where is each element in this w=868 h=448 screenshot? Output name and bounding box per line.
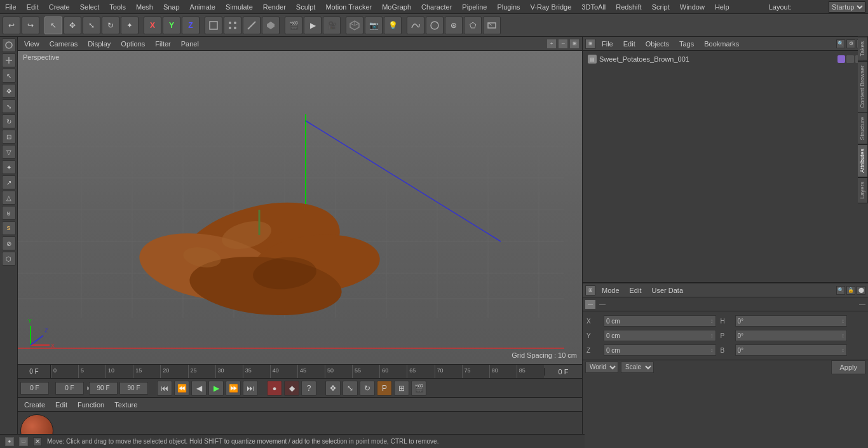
obj-visible-editor[interactable] <box>846 55 854 63</box>
apply-button[interactable]: Apply <box>831 360 865 374</box>
y-axis-btn[interactable]: Y <box>163 17 180 34</box>
left-tool-scale[interactable]: ⤡ <box>2 99 16 113</box>
play-back-btn[interactable]: ◀ <box>191 381 207 396</box>
mat-edit[interactable]: Edit <box>53 400 70 410</box>
menu-vray[interactable]: V-Ray Bridge <box>526 2 577 12</box>
left-tool-4[interactable]: ▽ <box>2 145 16 159</box>
end-frame-input-1[interactable] <box>89 382 118 395</box>
left-tool-1[interactable] <box>2 38 16 52</box>
x-axis-btn[interactable]: X <box>144 17 161 34</box>
left-tool-s[interactable]: S <box>2 221 16 235</box>
obj-edit[interactable]: Edit <box>620 39 639 49</box>
render-pb[interactable]: 🎬 <box>411 381 426 396</box>
object-mode-btn[interactable] <box>205 17 222 34</box>
light-btn[interactable]: 💡 <box>384 17 402 34</box>
left-tool-6[interactable]: ↗ <box>2 175 16 189</box>
attr-mode[interactable]: Mode <box>598 285 623 295</box>
z-axis-btn[interactable]: Z <box>182 17 200 34</box>
move-tool-pb[interactable]: ✥ <box>325 381 341 396</box>
menu-mograph[interactable]: MoGraph <box>377 2 416 12</box>
tab-layers[interactable]: Layers <box>858 177 868 203</box>
tab-structure[interactable]: Structure <box>858 112 868 145</box>
cameras-menu[interactable]: Cameras <box>46 39 82 49</box>
rotate-tool-pb[interactable]: ↻ <box>360 381 375 396</box>
attr-search-icon[interactable]: 🔍 <box>836 286 845 295</box>
obj-tags[interactable]: Tags <box>675 39 698 49</box>
obj-search-icon[interactable]: 🔍 <box>836 39 845 48</box>
render-btn[interactable]: 🎥 <box>323 17 341 34</box>
menu-render[interactable]: Render <box>258 2 291 12</box>
step-forward-btn[interactable]: ⏩ <box>226 381 241 396</box>
viewport-btn-1[interactable]: + <box>546 39 557 49</box>
y-pos-field[interactable]: 0 cm ↕ <box>604 330 716 341</box>
layout-select[interactable]: Startup <box>829 1 865 13</box>
left-tool-10[interactable]: ⬡ <box>2 252 16 266</box>
undo-button[interactable]: ↩ <box>3 17 20 34</box>
render-region-btn[interactable]: 🎬 <box>285 17 302 34</box>
attr-expand-icon[interactable]: ⬤ <box>857 286 865 295</box>
render-view-btn[interactable]: ▶ <box>304 17 322 34</box>
viewport-btn-3[interactable]: ⊞ <box>569 39 580 49</box>
menu-plugins[interactable]: Plugins <box>492 2 525 12</box>
menu-file[interactable]: File <box>0 2 22 12</box>
menu-simulate[interactable]: Simulate <box>220 2 258 12</box>
world-dropdown[interactable]: World <box>585 362 618 373</box>
left-tool-9[interactable]: ⊘ <box>2 236 16 250</box>
obj-row-sweet-potato[interactable]: ▤ Sweet_Potatoes_Brown_001 <box>585 53 865 65</box>
left-tool-2[interactable] <box>2 53 16 67</box>
select-tool[interactable]: ↖ <box>44 17 62 34</box>
help-btn[interactable]: ? <box>301 381 316 396</box>
scale-tool-pb[interactable]: ⤡ <box>342 381 358 396</box>
left-tool-3[interactable]: ⊡ <box>2 130 16 144</box>
pivot-btn[interactable]: P <box>377 381 392 396</box>
tab-takes[interactable]: Takes <box>858 37 868 61</box>
move-tool[interactable]: ✥ <box>64 17 81 34</box>
attr-lock-icon[interactable]: 🔒 <box>846 286 855 295</box>
obj-bookmarks[interactable]: Bookmarks <box>700 39 743 49</box>
options-menu[interactable]: Options <box>117 39 149 49</box>
left-tool-rotate[interactable]: ↻ <box>2 114 16 128</box>
menu-snap[interactable]: Snap <box>158 2 185 12</box>
current-frame-input[interactable] <box>20 382 49 395</box>
play-btn[interactable]: ▶ <box>208 381 224 396</box>
attr-edit[interactable]: Edit <box>626 285 646 295</box>
menu-create[interactable]: Create <box>44 2 75 12</box>
left-tool-5[interactable]: ✦ <box>2 160 16 174</box>
mat-create[interactable]: Create <box>22 400 48 410</box>
obj-file[interactable]: File <box>598 39 617 49</box>
viewport-btn-2[interactable]: ↔ <box>558 39 568 49</box>
status-icon-2[interactable]: □ <box>19 437 28 446</box>
view-menu[interactable]: View <box>20 39 43 49</box>
left-tool-select[interactable]: ↖ <box>2 69 16 83</box>
mat-texture[interactable]: Texture <box>112 400 140 410</box>
menu-script[interactable]: Script <box>647 2 675 12</box>
menu-motion-tracker[interactable]: Motion Tracker <box>320 2 377 12</box>
redo-button[interactable]: ↪ <box>22 17 39 34</box>
p-rot-field[interactable]: 0° ↕ <box>735 330 848 341</box>
go-end-btn[interactable]: ⏭ <box>243 381 258 396</box>
left-tool-7[interactable]: △ <box>2 191 16 205</box>
go-start-btn[interactable]: ⏮ <box>157 381 172 396</box>
panel-menu[interactable]: Panel <box>177 39 203 49</box>
menu-edit[interactable]: Edit <box>22 2 44 12</box>
tab-content-browser[interactable]: Content Browser <box>858 61 868 112</box>
menu-animate[interactable]: Animate <box>185 2 220 12</box>
menu-select[interactable]: Select <box>75 2 105 12</box>
sky-btn[interactable]: ⬠ <box>464 17 482 34</box>
snap-grid-pb[interactable]: ⊞ <box>394 381 409 396</box>
deformer-btn[interactable]: ⊛ <box>445 17 463 34</box>
camera-btn[interactable]: 📷 <box>365 17 383 34</box>
cube-btn[interactable] <box>346 17 363 34</box>
menu-help[interactable]: Help <box>710 2 735 12</box>
scale-dropdown[interactable]: Scale <box>621 362 654 373</box>
attr-user-data[interactable]: User Data <box>648 285 688 295</box>
status-close-btn[interactable]: ✕ <box>33 437 42 446</box>
left-tool-move[interactable]: ✥ <box>2 84 16 98</box>
viewport-3d[interactable]: Perspective Grid Spacing : 10 cm X Y Z <box>18 51 582 364</box>
tab-attributes[interactable]: Attributes <box>858 144 868 177</box>
left-tool-8[interactable]: ⊎ <box>2 206 16 220</box>
edges-mode-btn[interactable] <box>243 17 261 34</box>
menu-redshift[interactable]: Redshift <box>611 2 646 12</box>
z-pos-field[interactable]: 0 cm ↕ <box>604 344 716 356</box>
menu-window[interactable]: Window <box>675 2 710 12</box>
